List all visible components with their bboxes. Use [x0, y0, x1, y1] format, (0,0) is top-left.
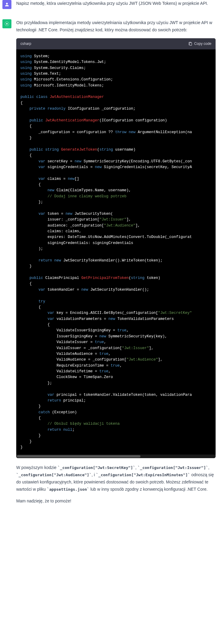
cfg-appsettings: `appsettings.json`	[47, 487, 89, 492]
clipboard-icon	[188, 42, 192, 46]
assistant-icon	[4, 21, 10, 27]
code-lang: csharp	[20, 41, 31, 47]
cfg-audience: `_configuration["Jwt:Audience"]`	[16, 473, 91, 477]
user-avatar	[2, 0, 11, 9]
cfg-expires: `_configuration["Jwt:ExpiresInMinutes"]`	[96, 473, 190, 477]
assistant-content: Oto przykładowa implementacja metody uwi…	[16, 19, 216, 510]
user-icon	[4, 2, 10, 7]
user-text: Napisz metodę, która uwierzytelnia użytk…	[16, 0, 216, 12]
code-header: csharp Copy code	[16, 38, 216, 49]
closing: Mam nadzieję, że to pomoże!	[16, 498, 216, 505]
assistant-message: Oto przykładowa implementacja metody uwi…	[0, 19, 218, 517]
user-prompt: Napisz metodę, która uwierzytelnia użytk…	[16, 0, 216, 7]
assistant-intro: Oto przykładowa implementacja metody uwi…	[16, 19, 216, 34]
user-message: Napisz metodę, która uwierzytelnia użytk…	[0, 0, 218, 19]
horizontal-scrollbar[interactable]	[16, 455, 216, 458]
code-block: csharp Copy code using System; using Sys…	[16, 38, 216, 458]
svg-point-0	[6, 23, 8, 25]
assistant-avatar	[2, 19, 11, 28]
assistant-outro: W powyższym kodzie `_configuration["Jwt:…	[16, 464, 216, 493]
cfg-issuer: `_configuration["Jwt:Issuer"]`	[138, 465, 208, 470]
copy-label: Copy code	[194, 41, 211, 47]
copy-code-button[interactable]: Copy code	[188, 41, 211, 47]
svg-rect-1	[189, 42, 192, 45]
cfg-secretkey: `_configuration["Jwt:SecretKey"]`	[58, 465, 135, 470]
code-content[interactable]: using System; using System.IdentityModel…	[16, 49, 216, 455]
